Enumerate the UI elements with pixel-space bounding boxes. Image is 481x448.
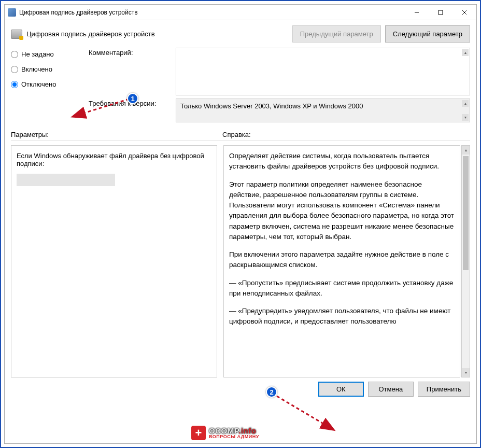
section-separator	[11, 141, 470, 141]
radio-not-configured[interactable]: Не задано	[11, 50, 78, 58]
params-text: Если Windows обнаруживает файл драйвера …	[17, 152, 211, 167]
requirements-label: Требования к версии:	[89, 99, 172, 122]
radio-enabled-input[interactable]	[11, 66, 18, 73]
radio-enabled[interactable]: Включено	[11, 65, 78, 73]
maximize-icon	[438, 10, 443, 15]
policy-icon	[11, 30, 22, 39]
radio-disabled[interactable]: Отключено	[11, 80, 78, 88]
dialog-button-row: ОК Отмена Применить	[5, 377, 476, 402]
ok-button[interactable]: ОК	[318, 382, 364, 397]
window-title: Цифровая подпись драйверов устройств	[19, 9, 405, 16]
radio-enabled-label: Включено	[21, 65, 52, 73]
radio-disabled-label: Отключено	[21, 80, 56, 88]
watermark-plus-icon: +	[191, 426, 206, 440]
requirements-value: Только Windows Server 2003, Windows XP и…	[180, 102, 363, 110]
watermark: + OCOMP.info ВОПРОСЫ АДМИНУ	[191, 426, 259, 440]
radio-not-configured-input[interactable]	[11, 51, 18, 58]
scroll-down-icon[interactable]: ▾	[462, 368, 470, 377]
maximize-button[interactable]	[429, 5, 452, 20]
policy-title: Цифровая подпись драйверов устройств	[26, 30, 288, 38]
params-dropdown[interactable]	[17, 174, 115, 186]
comment-textarea[interactable]: ▴	[176, 48, 470, 95]
state-radio-group: Не задано Включено Отключено	[11, 48, 78, 125]
help-pane: Определяет действие системы, когда польз…	[223, 145, 460, 377]
svg-rect-1	[438, 10, 443, 15]
close-button[interactable]	[452, 5, 476, 20]
close-icon	[462, 10, 467, 15]
previous-setting-button[interactable]: Предыдущий параметр	[292, 25, 381, 43]
minimize-button[interactable]	[405, 5, 429, 20]
help-section-label: Справка:	[222, 131, 470, 138]
apply-button[interactable]: Применить	[418, 382, 470, 397]
watermark-suffix: .info	[238, 426, 256, 435]
minimize-icon	[414, 10, 419, 15]
params-section-label: Параметры:	[11, 131, 222, 138]
help-paragraph: — «Предупредить» уведомляет пользователя…	[229, 306, 455, 327]
radio-disabled-input[interactable]	[11, 81, 18, 88]
params-pane: Если Windows обнаруживает файл драйвера …	[11, 145, 217, 377]
comment-scroll-up-icon[interactable]: ▴	[462, 49, 469, 56]
policy-window-icon	[8, 8, 16, 17]
help-paragraph: Определяет действие системы, когда польз…	[229, 151, 455, 172]
scrollbar-thumb[interactable]	[463, 156, 469, 270]
comment-label: Комментарий:	[89, 48, 172, 95]
radio-not-configured-label: Не задано	[21, 50, 54, 58]
help-paragraph: Этот параметр политики определяет наимен…	[229, 179, 455, 243]
requirements-scroll-up-icon[interactable]: ▴	[462, 100, 469, 107]
help-paragraph: При включении этого параметра задайте ну…	[229, 249, 455, 271]
policy-header: Цифровая подпись драйверов устройств Пре…	[5, 20, 476, 48]
help-scrollbar[interactable]: ▴ ▾	[461, 145, 470, 377]
help-paragraph: — «Пропустить» предписывает системе прод…	[229, 278, 455, 299]
watermark-brand: OCOMP	[209, 426, 238, 435]
cancel-button[interactable]: Отмена	[368, 382, 414, 397]
requirements-scroll-down-icon[interactable]: ▾	[462, 114, 469, 121]
requirements-box: Только Windows Server 2003, Windows XP и…	[176, 99, 470, 122]
titlebar: Цифровая подпись драйверов устройств	[5, 5, 476, 20]
scroll-up-icon[interactable]: ▴	[462, 146, 470, 155]
next-setting-button[interactable]: Следующий параметр	[385, 25, 470, 43]
watermark-tagline: ВОПРОСЫ АДМИНУ	[209, 435, 259, 439]
